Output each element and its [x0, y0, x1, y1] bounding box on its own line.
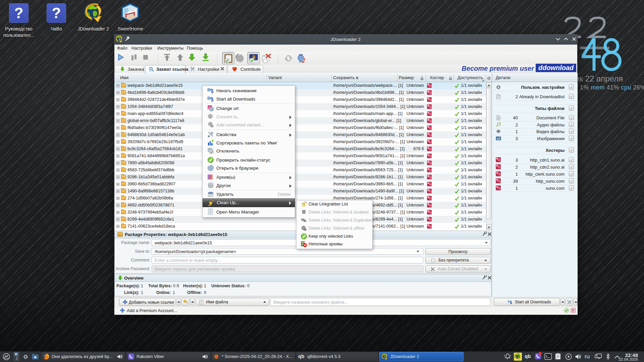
svg-text:qb: qb: [525, 354, 531, 359]
svg-text:qb: qb: [298, 354, 304, 359]
